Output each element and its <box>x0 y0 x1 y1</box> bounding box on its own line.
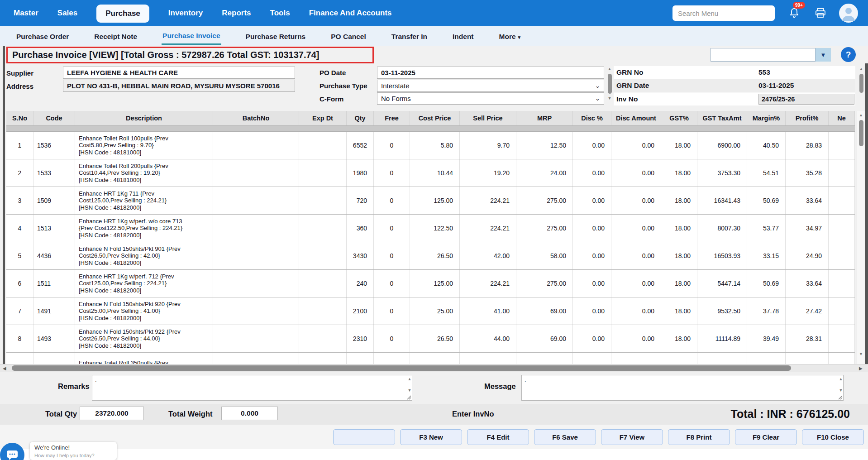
table-row[interactable]: 6 1511 Enhance HRT 1Kg w/perf. 712 {Prev… <box>6 270 855 297</box>
table-row[interactable]: 5 4436 Enhance N Fold 150shts/Pkt 901 {P… <box>6 242 855 270</box>
search-input[interactable] <box>672 5 775 21</box>
cform-select[interactable]: No Forms⌄ <box>377 92 604 105</box>
topnav-item-tools[interactable]: Tools <box>270 9 290 18</box>
cell-free: 0 <box>374 353 410 364</box>
inv-no-field[interactable]: 2476/25-26 <box>758 94 854 105</box>
po-date-field[interactable]: 03-11-2025 <box>377 67 604 79</box>
message-label: Message <box>484 382 516 391</box>
f9-clear-button[interactable]: F9 Clear <box>735 429 797 445</box>
topnav-item-finance-accounts[interactable]: Finance And Accounts <box>309 9 392 18</box>
cell-gst-taxamt: 16341.43 <box>697 187 747 214</box>
message-textarea[interactable]: . <box>521 375 844 401</box>
total-qty-field[interactable]: 23720.000 <box>80 407 144 420</box>
f7-view-button[interactable]: F7 View <box>601 429 663 445</box>
cell-gst-pct: 18.00 <box>661 215 697 242</box>
resize-handle-icon[interactable] <box>407 395 411 400</box>
table-row[interactable]: 7 1491 Enhance N Fold 150shts/Pkt 920 {P… <box>6 297 855 325</box>
notifications-button[interactable]: 99+ <box>787 6 801 20</box>
cell-gst-taxamt: 16503.93 <box>697 242 747 269</box>
table-row[interactable]: 2 1533 Enhance Toilet Roll 200pulls {Pre… <box>6 159 855 187</box>
purchase-type-select[interactable]: Interstate⌄ <box>377 80 604 92</box>
table-vertical-scrollbar[interactable]: ▲ ▼ <box>857 111 865 364</box>
scroll-down-icon: ▼ <box>857 352 865 356</box>
cell-gst-pct: 18.00 <box>661 242 697 269</box>
table-row[interactable]: 9 1532 Enhance Toilet Roll 350pulls {Pre… <box>6 353 855 364</box>
table-row[interactable]: 3 1509 Enhance HRT 1Kg 711 {Prev Cost125… <box>6 187 855 215</box>
cell-expdt <box>299 132 347 159</box>
subnav-po-cancel[interactable]: PO Cancel <box>330 28 367 44</box>
cell-qty: 360 <box>347 215 374 242</box>
table-row[interactable]: 1 1536 Enhance Toilet Roll 100pulls {Pre… <box>6 132 855 159</box>
grn-date-row: GRN Date 03-11-2025 <box>614 79 855 92</box>
topnav-item-reports[interactable]: Reports <box>222 9 251 18</box>
scrollbar-thumb <box>859 120 863 146</box>
subnav-indent[interactable]: Indent <box>452 28 475 44</box>
cell-gst-pct: 18.00 <box>661 132 697 159</box>
cell-mrp: 275.00 <box>516 215 573 242</box>
table-row[interactable]: 8 1493 Enhance N Fold 150shts/Pkt 922 {P… <box>6 325 855 353</box>
cell-description: Enhance Toilet Roll 350pulls {Prev Cost1… <box>75 353 213 364</box>
cell-disc-amount: 0.00 <box>611 242 661 269</box>
cell-qty: 240 <box>347 270 374 297</box>
remarks-scroll-arrows[interactable]: ▲ ▼ <box>406 376 413 394</box>
resize-handle-icon[interactable] <box>838 395 843 400</box>
cell-batchno <box>213 325 299 352</box>
remarks-textarea[interactable]: . <box>92 375 412 401</box>
cell-batchno <box>213 353 299 364</box>
cell-disc-pct: 0.00 <box>573 297 611 325</box>
help-button[interactable]: ? <box>841 47 856 62</box>
subnav-purchase-invoice[interactable]: Purchase Invoice <box>162 27 221 45</box>
chat-status-line: We're Online! <box>34 444 112 451</box>
topnav-item-inventory[interactable]: Inventory <box>168 9 203 18</box>
cell-profit-pct: 27.42 <box>786 297 829 325</box>
f4-edit-button[interactable]: F4 Edit <box>467 429 529 445</box>
subnav-purchase-returns[interactable]: Purchase Returns <box>245 28 307 44</box>
topnav-item-sales[interactable]: Sales <box>57 9 77 18</box>
f3-new-button[interactable]: F3 New <box>400 429 462 445</box>
topnav-item-purchase[interactable]: Purchase <box>96 5 149 23</box>
f10-close-button[interactable]: F10 Close <box>802 429 864 445</box>
cell-code: 1509 <box>33 187 75 214</box>
column-header: Exp Dt <box>299 111 347 125</box>
cell-margin-pct: 50.64 <box>747 353 786 364</box>
form-panel-scrollbar[interactable]: ▲ ▼ <box>607 67 612 108</box>
cell-expdt <box>299 242 347 269</box>
scroll-up-icon: ▲ <box>839 377 843 381</box>
subnav-more[interactable]: More▾ <box>498 28 522 44</box>
cell-net <box>829 353 855 364</box>
message-scroll-arrows[interactable]: ▲ ▼ <box>838 376 844 394</box>
cell-margin-pct: 50.69 <box>747 270 786 297</box>
topnav-item-master[interactable]: Master <box>14 9 38 18</box>
blank-button[interactable] <box>333 429 395 445</box>
cell-cost-price: 5.80 <box>410 132 460 159</box>
subnav-transfer-in[interactable]: Transfer In <box>391 28 428 44</box>
chat-status-card[interactable]: We're Online! How may I help you today? <box>30 442 117 460</box>
cell-disc-pct: 0.00 <box>573 132 611 159</box>
grn-panel-scrollbar[interactable]: ▲ <box>858 67 864 107</box>
cell-disc-amount: 0.00 <box>611 325 661 352</box>
cell-mrp: 12.50 <box>516 132 573 159</box>
cell-code: 1491 <box>33 297 75 325</box>
cell-mrp: 40.00 <box>516 353 573 364</box>
invoice-select-dropdown[interactable] <box>711 48 816 62</box>
f6-save-button[interactable]: F6 Save <box>534 429 596 445</box>
question-mark-icon: ? <box>846 50 851 60</box>
subnav-receipt-note[interactable]: Receipt Note <box>93 28 138 44</box>
cell-description: Enhance Toilet Roll 100pulls {Prev Cost5… <box>75 132 213 159</box>
table-row[interactable]: 4 1513 Enhance HRT 1Kg w/perf. w/o core … <box>6 215 855 242</box>
horizontal-scrollbar-thumb[interactable] <box>12 365 791 371</box>
cell-disc-pct: 0.00 <box>573 270 611 297</box>
scroll-down-icon: ▼ <box>607 96 612 101</box>
subnav-purchase-order[interactable]: Purchase Order <box>15 28 70 44</box>
cell-gst-pct: 18.00 <box>661 270 697 297</box>
cell-batchno <box>213 297 299 325</box>
user-avatar[interactable] <box>839 4 858 23</box>
total-weight-field[interactable]: 0.000 <box>221 407 278 420</box>
f8-print-button[interactable]: F8 Print <box>668 429 730 445</box>
invoice-select-dropdown-button[interactable]: ▼ <box>816 48 831 62</box>
address-field[interactable]: PLOT NO 431-B, HEBBAL MAIN ROAD, MYSURU … <box>63 80 295 92</box>
cell-disc-amount: 0.00 <box>611 187 661 214</box>
supplier-field[interactable]: LEEFA HYGIENE & HEALTH CARE <box>63 67 295 79</box>
print-button[interactable] <box>814 6 827 20</box>
cell-profit-pct: 22.62 <box>786 353 829 364</box>
